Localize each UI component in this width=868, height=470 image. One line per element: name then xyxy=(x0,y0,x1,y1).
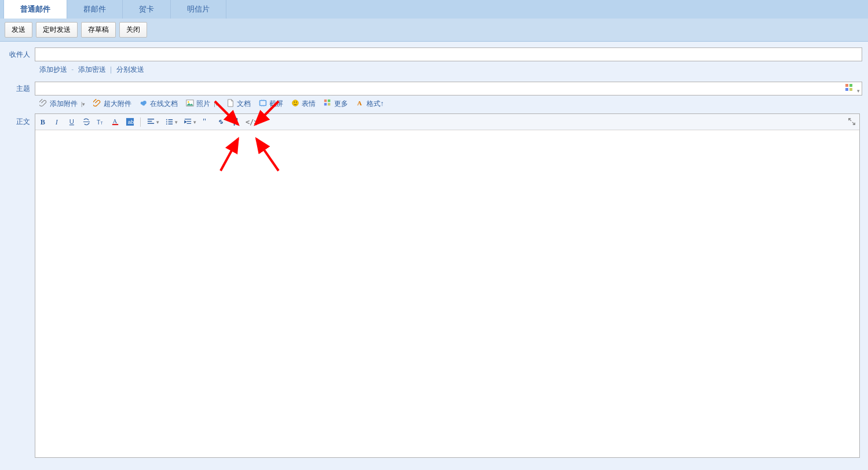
svg-text:ab: ab xyxy=(128,119,134,125)
big-attachment-button[interactable]: 超大附件 xyxy=(93,99,131,109)
add-bcc-link[interactable]: 添加密送 xyxy=(78,65,106,74)
editor-box: B I U TT A ab ▾ ▾ ▾ " </> xyxy=(35,113,860,458)
action-bar: 发送 定时发送 存草稿 关闭 xyxy=(0,19,868,42)
svg-rect-0 xyxy=(845,84,848,87)
stationery-icon[interactable]: ▾ xyxy=(845,83,860,94)
svg-rect-9 xyxy=(259,101,266,106)
svg-rect-24 xyxy=(112,124,118,125)
more-button[interactable]: 更多 xyxy=(324,99,348,109)
svg-point-8 xyxy=(188,101,189,103)
svg-rect-3 xyxy=(849,88,852,91)
link-button[interactable] xyxy=(217,118,225,126)
svg-line-34 xyxy=(221,139,238,171)
svg-text:A: A xyxy=(357,100,362,107)
tab-group-mail[interactable]: 群邮件 xyxy=(67,0,123,19)
align-button[interactable]: ▾ xyxy=(147,118,159,126)
send-separately-link[interactable]: 分别发送 xyxy=(116,65,144,74)
svg-line-35 xyxy=(257,139,279,171)
svg-point-29 xyxy=(166,123,167,124)
svg-rect-13 xyxy=(324,100,327,102)
format-toggle-button[interactable]: A 格式↑ xyxy=(356,99,384,109)
attachment-bar: 添加附件|▾ 超大附件 在线文档 照片|▾ 文档 截屏 表情 更多 xyxy=(39,99,862,113)
svg-rect-15 xyxy=(324,103,327,105)
svg-rect-16 xyxy=(328,103,330,105)
strikethrough-button[interactable] xyxy=(82,118,91,126)
subject-label: 主题 xyxy=(6,84,35,94)
save-draft-button[interactable]: 存草稿 xyxy=(81,22,116,38)
timed-send-button[interactable]: 定时发送 xyxy=(36,22,78,38)
sep: - xyxy=(71,65,74,74)
toolbar-separator xyxy=(140,118,141,127)
quote-button[interactable]: " xyxy=(202,118,211,126)
svg-point-10 xyxy=(292,100,298,107)
send-button[interactable]: 发送 xyxy=(5,22,32,38)
document-button[interactable]: 文档 xyxy=(226,99,251,109)
svg-text:": " xyxy=(203,118,206,126)
screenshot-button[interactable]: 截屏 xyxy=(259,99,283,109)
svg-rect-2 xyxy=(845,88,848,91)
subject-input[interactable] xyxy=(35,82,862,96)
format-icon: A xyxy=(356,99,364,109)
grid-icon xyxy=(324,99,332,109)
recipient-label: 收件人 xyxy=(6,50,35,60)
font-size-button[interactable]: TT xyxy=(97,118,105,126)
editor-toolbar: B I U TT A ab ▾ ▾ ▾ " </> xyxy=(35,114,859,130)
italic-button[interactable]: I xyxy=(53,118,62,126)
editor-content[interactable] xyxy=(35,130,859,457)
svg-point-6 xyxy=(142,102,145,105)
fullscreen-button[interactable] xyxy=(848,118,856,127)
cloud-doc-icon xyxy=(140,99,148,109)
svg-text:U: U xyxy=(69,118,74,125)
code-view-button[interactable]: </> xyxy=(246,118,258,126)
svg-text:I: I xyxy=(55,118,58,126)
add-cc-link[interactable]: 添加抄送 xyxy=(39,65,67,74)
emoji-button[interactable]: 表情 xyxy=(291,99,316,109)
close-button[interactable]: 关闭 xyxy=(119,22,147,38)
svg-text:A: A xyxy=(113,118,118,124)
svg-point-27 xyxy=(166,119,167,120)
indent-button[interactable]: ▾ xyxy=(184,118,196,126)
svg-text:B: B xyxy=(41,118,45,126)
svg-point-28 xyxy=(166,122,167,123)
body-label: 正文 xyxy=(6,113,35,458)
list-button[interactable]: ▾ xyxy=(165,118,178,126)
sep: | xyxy=(110,65,112,74)
svg-rect-14 xyxy=(328,100,330,102)
compose-tabs: 普通邮件 群邮件 贺卡 明信片 xyxy=(0,0,868,19)
photo-button[interactable]: 照片|▾ xyxy=(186,99,218,109)
add-attachment-button[interactable]: 添加附件|▾ xyxy=(39,99,85,109)
svg-text:T: T xyxy=(101,121,103,125)
bold-button[interactable]: B xyxy=(39,118,47,126)
underline-button[interactable]: U xyxy=(68,118,76,126)
svg-point-12 xyxy=(296,101,297,102)
format-painter-button[interactable] xyxy=(231,118,240,126)
screenshot-icon xyxy=(259,99,267,109)
svg-rect-1 xyxy=(849,84,852,87)
photo-icon xyxy=(186,99,194,109)
bg-color-button[interactable]: ab xyxy=(126,118,134,126)
recipient-input[interactable] xyxy=(35,47,862,61)
emoji-icon xyxy=(291,99,299,109)
svg-point-11 xyxy=(294,101,295,102)
tab-normal-mail[interactable]: 普通邮件 xyxy=(3,0,67,19)
svg-rect-31 xyxy=(233,118,238,121)
tab-postcard[interactable]: 明信片 xyxy=(171,0,226,19)
paperclip-large-icon xyxy=(93,99,101,109)
online-doc-button[interactable]: 在线文档 xyxy=(140,99,178,109)
paperclip-icon xyxy=(39,99,47,109)
document-icon xyxy=(226,99,235,109)
tab-greeting-card[interactable]: 贺卡 xyxy=(123,0,171,19)
font-color-button[interactable]: A xyxy=(111,118,120,126)
